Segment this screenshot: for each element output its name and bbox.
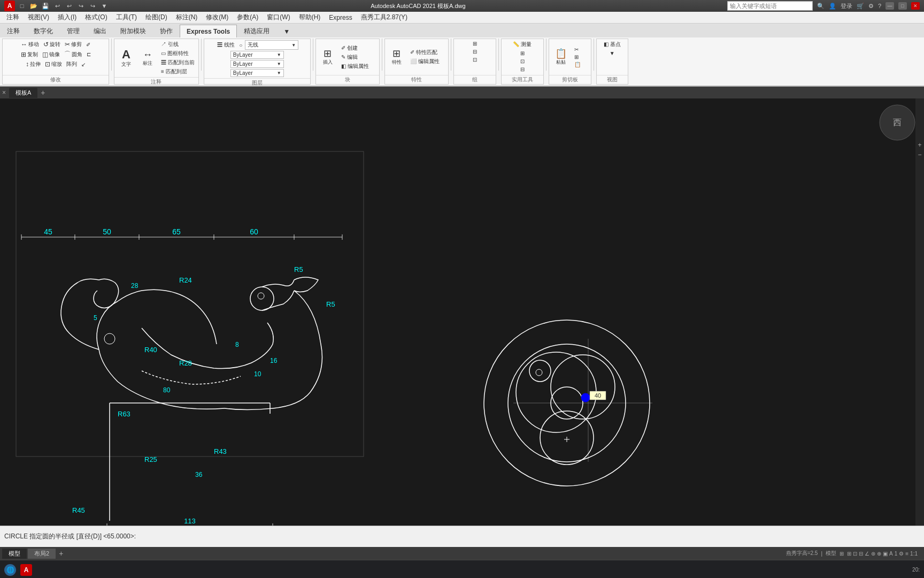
btn-dimension[interactable]: ↔ 标注 xyxy=(138,49,157,68)
qa-redo[interactable]: ↪ xyxy=(76,1,86,11)
snap5[interactable]: ⊛ xyxy=(871,551,875,557)
signin-btn[interactable]: 登录 xyxy=(841,2,852,10)
menu-item-draw[interactable]: 绘图(D) xyxy=(141,12,172,23)
btn-scale[interactable]: ⊡缩放 xyxy=(43,60,64,69)
model-status[interactable]: 模型 xyxy=(826,550,836,557)
snap8[interactable]: A xyxy=(889,551,893,557)
btn-properties[interactable]: ⊞ 特性 xyxy=(387,48,406,67)
browser-globe[interactable]: 🌐 xyxy=(4,564,16,576)
btn-util4[interactable]: ⊟ xyxy=(519,66,526,73)
tab-featured[interactable]: 精选应用 xyxy=(237,25,276,37)
minimize-btn[interactable]: — xyxy=(886,2,894,10)
snap7[interactable]: ▣ xyxy=(883,551,888,557)
btn-edit-block[interactable]: ✎ 编辑 xyxy=(340,53,371,62)
bylayer-dropdown2[interactable]: ByLayer▼ xyxy=(230,60,284,68)
qa-redo2[interactable]: ↪ xyxy=(88,1,97,11)
bylayer-dropdown1[interactable]: ByLayer▼ xyxy=(230,51,284,59)
btn-group1[interactable]: ⊞ xyxy=(471,40,479,47)
snap1[interactable]: ⊞ xyxy=(847,551,851,557)
qa-save[interactable]: 💾 xyxy=(41,1,50,11)
btn-copy-clip[interactable]: ⊞ xyxy=(573,54,582,60)
btn-create[interactable]: ✐ 创建 xyxy=(340,44,371,52)
zoom-in-btn[interactable]: + xyxy=(918,141,921,149)
snap2[interactable]: ⊡ xyxy=(853,551,857,557)
menu-item-window[interactable]: 窗口(W) xyxy=(263,12,294,23)
qa-undo2[interactable]: ↩ xyxy=(64,1,74,11)
layout-tab-model[interactable]: 模型 xyxy=(2,549,27,559)
search-icon[interactable]: 🔍 xyxy=(817,3,825,10)
tab-output[interactable]: 编出 xyxy=(87,25,113,37)
btn-paste[interactable]: 📋 粘贴 xyxy=(551,48,571,67)
qa-new[interactable]: □ xyxy=(17,1,27,11)
cart-icon[interactable]: 🛒 xyxy=(857,3,864,10)
btn-match-current[interactable]: ☰ 匹配到当前 xyxy=(159,58,196,67)
btn-rotate[interactable]: ↺旋转 xyxy=(42,40,62,49)
menu-item-tools[interactable]: 工具(T) xyxy=(112,12,141,23)
qa-undo[interactable]: ↩ xyxy=(52,1,62,11)
btn-circle-layer[interactable]: ○ xyxy=(237,42,244,49)
menu-item-format[interactable]: 格式(O) xyxy=(81,12,111,23)
app-icon[interactable]: A xyxy=(4,1,15,11)
btn-cut[interactable]: ✂ xyxy=(573,46,582,53)
btn-edit-props[interactable]: ⬜ 编辑属性 xyxy=(409,57,441,66)
browser-autocad-logo[interactable]: A xyxy=(20,564,32,576)
tab-collab[interactable]: 协作 xyxy=(153,25,180,37)
zoom-out-btn[interactable]: − xyxy=(918,151,921,158)
snap10[interactable]: ⚙ xyxy=(899,551,904,557)
grid-icon[interactable]: ⊞ xyxy=(840,551,844,557)
menu-item-modify[interactable]: 修改(M) xyxy=(202,12,233,23)
settings-icon[interactable]: ⚙ xyxy=(868,3,874,10)
snap4[interactable]: ∠ xyxy=(865,551,869,557)
menu-item-view[interactable]: 视图(V) xyxy=(24,12,53,23)
btn-text[interactable]: A 文字 xyxy=(117,48,136,69)
btn-util2[interactable]: ⊞ xyxy=(519,50,526,57)
layout-tab-add[interactable]: + xyxy=(57,549,65,558)
snap9[interactable]: 1 xyxy=(895,551,898,557)
tab-digitize[interactable]: 数字化 xyxy=(27,25,60,37)
btn-fillet[interactable]: ⌒圆角 xyxy=(63,49,84,59)
layer-dropdown[interactable]: 无线▼ xyxy=(245,40,298,50)
tab-manage[interactable]: 管理 xyxy=(60,25,87,37)
btn-basepoint[interactable]: ◧ 基点 xyxy=(602,40,622,49)
maximize-btn[interactable]: □ xyxy=(898,2,907,10)
menu-item-annotation[interactable]: 注释 xyxy=(2,12,24,23)
btn-edit2[interactable]: ⊏ xyxy=(85,49,93,59)
qa-dropdown[interactable]: ▼ xyxy=(99,1,109,11)
tab-express-tools[interactable]: Express Tools xyxy=(180,25,237,37)
btn-leader[interactable]: ↗ 引线 xyxy=(159,40,196,49)
menu-item-params[interactable]: 参数(A) xyxy=(233,12,263,23)
search-input[interactable] xyxy=(727,1,813,11)
viewcube[interactable]: 西 xyxy=(879,104,916,141)
btn-insert[interactable]: ⊞ 插入 xyxy=(318,48,337,67)
menu-item-insert[interactable]: 插入(I) xyxy=(53,12,81,23)
btn-group2[interactable]: ⊟ xyxy=(471,48,479,55)
btn-frame-props[interactable]: ▭ 图框特性 xyxy=(159,49,196,58)
btn-stretch2[interactable]: 阵列 xyxy=(65,60,79,69)
btn-match-layer[interactable]: ≡ 匹配到层 xyxy=(159,67,196,76)
snap11[interactable]: ≡ xyxy=(905,551,908,557)
btn-group3[interactable]: ⊡ xyxy=(471,56,479,63)
btn-paste2[interactable]: 📋 xyxy=(573,61,582,68)
tab-addons[interactable]: 附加模块 xyxy=(113,25,153,37)
btn-match-props[interactable]: ✐ 特性匹配 xyxy=(409,48,441,57)
snap3[interactable]: ⊟ xyxy=(859,551,863,557)
layout-tab-layout2[interactable]: 布局2 xyxy=(28,549,56,559)
draw-tab-add[interactable]: + xyxy=(38,88,47,97)
btn-edit1[interactable]: ✐ xyxy=(84,40,92,49)
btn-measure[interactable]: 📏 测量 xyxy=(511,40,533,49)
bylayer-dropdown3[interactable]: ByLayer▼ xyxy=(230,69,284,77)
menu-item-help[interactable]: 帮助(H) xyxy=(295,12,325,23)
help-icon[interactable]: ? xyxy=(878,3,881,9)
btn-trim[interactable]: ✂修剪 xyxy=(63,40,83,49)
menu-item-dimension[interactable]: 标注(N) xyxy=(172,12,202,23)
tab-annotation[interactable]: 注释 xyxy=(0,25,27,37)
btn-linetype[interactable]: ☰ 线性 xyxy=(215,41,236,49)
user-icon[interactable]: 👤 xyxy=(829,3,836,10)
menu-item-express[interactable]: Express xyxy=(325,13,356,22)
btn-mirror[interactable]: ◫镜像 xyxy=(41,49,61,59)
qa-open[interactable]: 📂 xyxy=(29,1,38,11)
btn-copy[interactable]: ⊞复制 xyxy=(19,49,40,59)
draw-area[interactable]: 45 50 65 60 xyxy=(0,98,924,526)
btn-edit-attr[interactable]: ◧ 编辑属性 xyxy=(340,62,371,71)
close-btn[interactable]: ✕ xyxy=(911,2,920,10)
